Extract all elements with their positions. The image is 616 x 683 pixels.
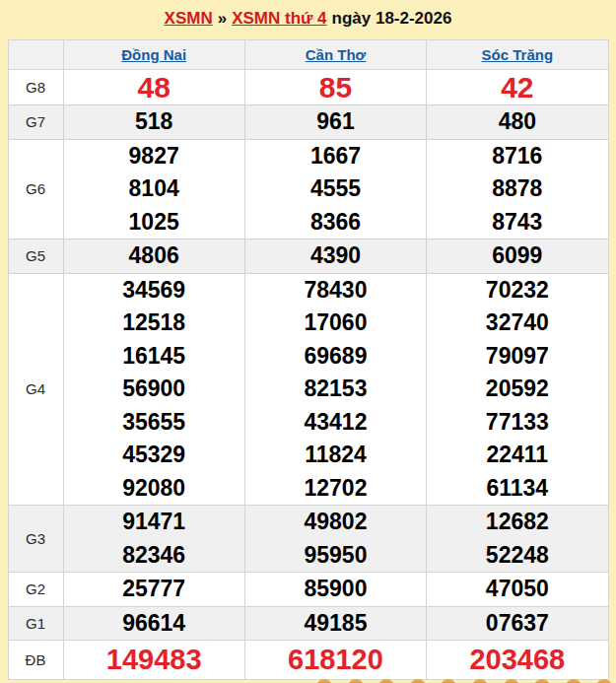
result-number: 4555 (245, 172, 426, 206)
result-number: 49185 (245, 607, 426, 641)
result-number: 34569 (64, 274, 244, 307)
result-number: 48 (64, 70, 244, 104)
result-cell: 47050 (427, 573, 608, 607)
prize-row-g1: G1966144918507637 (8, 606, 608, 641)
result-cell: 4806 (63, 239, 244, 274)
result-cell: 982781041025 (63, 139, 244, 239)
prize-row-g2: G2257778590047050 (8, 573, 608, 607)
result-cell: 9147182346 (63, 506, 244, 573)
result-cell: 518 (63, 105, 244, 140)
result-number: 91471 (64, 506, 244, 539)
result-number: 8743 (427, 206, 607, 239)
result-number: 79097 (427, 340, 607, 374)
result-number: 82346 (64, 539, 244, 573)
column-header-row: Đồng NaiCần ThơSóc Trăng (8, 40, 608, 70)
result-cell: 1268252248 (427, 506, 608, 573)
prize-label: G2 (8, 573, 63, 607)
result-cell: 78430170606968982153434121182412702 (244, 273, 426, 506)
result-cell: 96614 (63, 606, 244, 641)
result-cell: 70232327407909720592771332241161134 (427, 273, 608, 506)
result-number: 4806 (64, 239, 244, 273)
lottery-ball-icon (596, 679, 612, 683)
result-number: 85 (245, 70, 426, 104)
result-number: 61134 (427, 472, 607, 506)
prize-label: G1 (8, 606, 63, 641)
result-number: 9827 (64, 140, 244, 173)
result-number: 480 (427, 105, 607, 139)
result-number: 47050 (427, 573, 607, 606)
result-cell: 49185 (244, 606, 426, 641)
prize-label: ĐB (8, 641, 63, 680)
result-number: 16145 (64, 340, 244, 374)
prize-label: G6 (8, 139, 63, 239)
result-cell: 618120 (244, 641, 426, 680)
result-number: 70232 (427, 274, 607, 307)
province-link[interactable]: Đồng Nai (121, 46, 186, 63)
result-number: 78430 (245, 274, 426, 307)
result-number: 85900 (245, 573, 426, 606)
result-number: 35655 (64, 406, 244, 440)
result-number: 82153 (245, 373, 426, 406)
xsmn-link[interactable]: XSMN (165, 9, 213, 28)
result-number: 96614 (64, 607, 244, 641)
result-number: 95950 (245, 539, 426, 573)
result-number: 11824 (245, 439, 426, 472)
result-number: 43412 (245, 406, 426, 440)
result-cell: 42 (427, 70, 608, 105)
result-number: 52248 (427, 539, 607, 573)
column-header: Cần Thơ (244, 40, 426, 70)
prize-row-g7: G7518961480 (8, 105, 608, 140)
result-cell: 07637 (427, 606, 608, 641)
result-number: 12702 (245, 472, 426, 506)
result-number: 12682 (427, 506, 607, 539)
result-number: 07637 (427, 607, 607, 641)
result-number: 45329 (64, 439, 244, 472)
result-cell: 4390 (244, 239, 426, 274)
result-cell: 871688788743 (427, 139, 608, 239)
result-cell: 85900 (244, 573, 426, 607)
prize-label: G4 (8, 273, 63, 506)
prize-label: G7 (8, 105, 63, 140)
result-number: 618120 (245, 641, 426, 679)
prize-label: G3 (8, 506, 63, 573)
draw-date-text: ngày 18-2-2026 (332, 9, 452, 28)
result-number: 149483 (64, 641, 244, 679)
prize-label: G5 (8, 239, 63, 274)
result-cell: 25777 (63, 573, 244, 607)
result-number: 8104 (64, 172, 244, 206)
prize-label: G8 (8, 70, 63, 105)
result-cell: 203468 (427, 641, 608, 680)
result-cell: 149483 (63, 641, 244, 680)
corner-cell (8, 40, 63, 70)
province-link[interactable]: Cần Thơ (306, 46, 367, 63)
result-number: 17060 (245, 307, 426, 340)
result-number: 12518 (64, 307, 244, 340)
xsmn-day-link[interactable]: XSMN thứ 4 (232, 9, 326, 28)
result-cell: 961 (244, 105, 426, 140)
result-number: 203468 (427, 641, 607, 679)
result-number: 8366 (245, 206, 426, 239)
result-number: 77133 (427, 406, 607, 440)
result-number: 20592 (427, 373, 607, 406)
result-number: 8716 (427, 140, 607, 173)
result-number: 1025 (64, 206, 244, 239)
breadcrumb-title: XSMN»XSMN thứ 4ngày 18-2-2026 (0, 0, 616, 39)
result-cell: 166745558366 (244, 139, 426, 239)
result-number: 8878 (427, 172, 607, 206)
prize-row-g8: G8488542 (8, 70, 608, 105)
result-number: 42 (427, 70, 607, 104)
lottery-results-table: Đồng NaiCần ThơSóc Trăng G8488542G751896… (8, 39, 609, 680)
result-cell: 34569125181614556900356554532992080 (63, 273, 244, 506)
result-cell: 48 (63, 70, 244, 105)
result-number: 518 (64, 105, 244, 139)
result-number: 4390 (245, 239, 426, 273)
prize-row-g6: G6982781041025166745558366871688788743 (8, 139, 608, 239)
breadcrumb-separator: » (218, 9, 227, 28)
result-cell: 4980295950 (244, 506, 426, 573)
province-link[interactable]: Sóc Trăng (482, 46, 554, 63)
result-cell: 480 (427, 105, 608, 140)
prize-row-db: ĐB149483618120203468 (8, 641, 608, 680)
result-number: 69689 (245, 340, 426, 374)
prize-row-g4: G434569125181614556900356554532992080784… (8, 273, 608, 506)
prize-row-g3: G3914718234649802959501268252248 (8, 506, 608, 573)
